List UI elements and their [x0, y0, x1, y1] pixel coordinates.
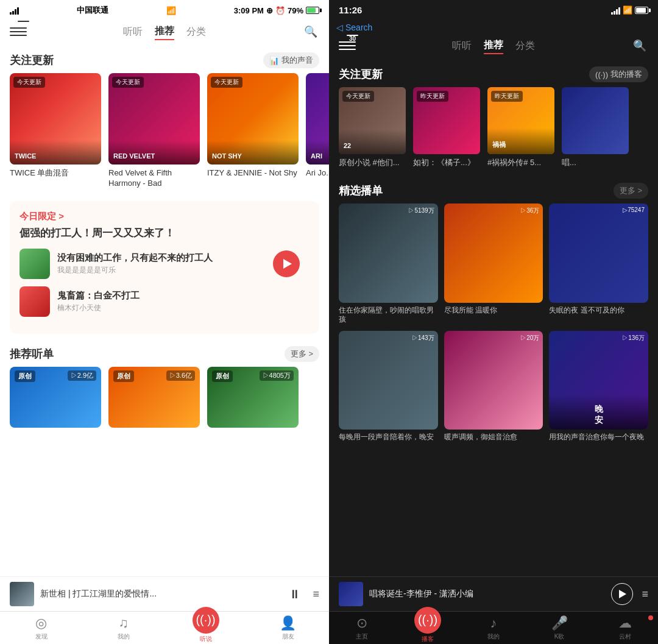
sp-count-5: ▷20万: [520, 334, 539, 342]
sp-item-6[interactable]: ▷136万 晚安 用我的声音治愈你每一个夜晚: [549, 331, 648, 442]
right-tab-wode2[interactable]: ♪ 我的: [461, 615, 526, 641]
yuncun-badge: [648, 615, 653, 620]
zhuye-icon: ⊙: [356, 615, 367, 631]
tab-fenlei[interactable]: 分类: [186, 24, 206, 40]
right-badge-ruchun: 昨天更新: [417, 91, 448, 102]
tingsuo-icon: ((·)): [196, 613, 215, 627]
my-voice-button[interactable]: 📊 我的声音: [263, 52, 319, 68]
right-album-ruchun[interactable]: 昨天更新 如初：《橘子...》: [413, 87, 480, 168]
search-button[interactable]: 🔍: [302, 23, 319, 40]
left-carrier: [10, 6, 19, 15]
right-nav-header: 30 听听 推荐 分类 🔍: [329, 35, 658, 59]
pause-button[interactable]: ⏸: [286, 585, 304, 603]
right-search-button[interactable]: 🔍: [631, 37, 648, 54]
left-now-playing[interactable]: 新世相 | 打工江湖里的爱恨情... ⏸ ≡: [0, 576, 329, 611]
tab-wode[interactable]: ♫ 我的: [82, 615, 164, 641]
left-recommend-scroll: ▷2.9亿 原创 ▷3.6亿 原创 ▷4805万 原创: [0, 367, 329, 428]
recommend-more-button[interactable]: 更多 >: [285, 346, 319, 362]
right-play-button[interactable]: [611, 583, 633, 605]
right-tab-fenlei[interactable]: 分类: [515, 38, 535, 54]
wode-label: 我的: [118, 632, 130, 641]
right-title-huo: #祸祸外传# 5...: [487, 158, 554, 168]
tab-tinging[interactable]: 听听: [123, 24, 143, 40]
right-album-novel[interactable]: 今天更新 22 原创小说 #他们...: [339, 87, 406, 168]
right-album-huo[interactable]: 昨天更新 禍禍 #祸祸外传# 5...: [487, 87, 554, 168]
sp-cover-2: ▷36万: [444, 203, 543, 303]
recommend-item-1[interactable]: ▷2.9亿 原创: [10, 367, 101, 428]
album-cover-itzy: 今天更新 NOT SHY: [207, 73, 299, 165]
right-tab-kge[interactable]: 🎤 K歌: [526, 615, 592, 641]
tab-tingsuo[interactable]: ((·)) 听说: [164, 613, 247, 643]
album-title-ari: Ari Jo...: [306, 168, 329, 179]
tab-tuijian[interactable]: 推荐: [155, 24, 174, 40]
recommend-more-label: 更多 >: [291, 349, 313, 359]
rsb-3: [616, 9, 618, 15]
right-list-icon[interactable]: ≡: [642, 588, 648, 601]
today-desc: 倔强的打工人！周一又又又来了！: [19, 226, 310, 240]
playlist-sub-2: 楠木灯小天使: [57, 303, 140, 313]
sp-title-2: 尽我所能 温暖你: [444, 306, 543, 316]
album-item-twice[interactable]: 今天更新 TWICE TWICE 单曲混音: [10, 73, 101, 189]
right-cover-novel: 今天更新 22: [339, 87, 406, 154]
sp-cover-3: ▷75247: [549, 203, 648, 303]
today-label[interactable]: 今日限定 >: [19, 211, 310, 222]
album-item-redvelvet[interactable]: 今天更新 RED VELVET Red Velvet & Fifth Harmo…: [108, 73, 200, 189]
right-album-sing[interactable]: 唱...: [562, 87, 629, 168]
left-follow-title: 关注更新: [10, 53, 54, 68]
today-section: 今日限定 > 倔强的打工人！周一又又又来了！ 没有困难的工作，只有起不来的打工人…: [10, 201, 319, 334]
right-cover-ruchun: 昨天更新: [413, 87, 480, 154]
recommend-item-2[interactable]: ▷3.6亿 原创: [108, 367, 200, 428]
tab-pengyou[interactable]: 👤 朋友: [247, 615, 329, 641]
right-tab-zhuye[interactable]: ⊙ 主页: [329, 615, 395, 641]
recommend-cover-1: ▷2.9亿 原创: [10, 367, 101, 428]
playlist-icon[interactable]: ≡: [313, 588, 319, 601]
recommend-count-3: ▷4805万: [260, 370, 294, 381]
recommend-label-3: 原创: [212, 370, 233, 382]
back-bar[interactable]: ◁ Search: [329, 20, 658, 35]
sp-item-3[interactable]: ▷75247 失眠的夜 遥不可及的你: [549, 203, 648, 325]
playlist-item-2[interactable]: 鬼畜篇：白金不打工 楠木灯小天使: [19, 286, 310, 317]
right-follow-title: 关注更新: [339, 67, 383, 82]
right-cover-sing: [562, 87, 629, 154]
right-panel: 11:26 📶 ◁ Search 30 听听 推荐 分类: [329, 0, 658, 644]
album-badge-itzy: 今天更新: [211, 77, 242, 88]
wifi-icon: 📶: [166, 6, 176, 15]
sp-cover-4: ▷143万: [339, 331, 438, 430]
sp-item-2[interactable]: ▷36万 尽我所能 温暖你: [444, 203, 543, 325]
faxian-label: 发现: [35, 632, 48, 641]
right-menu-button[interactable]: 30: [339, 37, 356, 54]
left-recommend-title: 推荐听单: [10, 347, 54, 361]
playlist-name-2: 鬼畜篇：白金不打工: [57, 290, 140, 302]
sp-item-5[interactable]: ▷20万 暖声调频，御姐音治愈: [444, 331, 543, 442]
menu-button[interactable]: 12: [10, 23, 27, 40]
today-play-button[interactable]: [273, 250, 300, 277]
playlist-item-1[interactable]: 没有困难的工作，只有起不来的打工人 我是是是是是可乐: [19, 249, 310, 279]
album-title-redvelvet: Red Velvet & Fifth Harmony - Bad: [108, 168, 200, 189]
recommend-label-1: 原创: [15, 370, 35, 382]
sp-item-1[interactable]: ▷5139万 住在你家隔壁，吵闹的唱歌男孩: [339, 203, 438, 325]
right-tab-yuncun[interactable]: ☁ 云村: [592, 615, 658, 641]
album-item-ari[interactable]: ARI Ari Jo...: [306, 73, 329, 189]
boke-icon: ((·)): [418, 613, 437, 627]
right-tab-boke[interactable]: ((·)) 播客: [395, 613, 461, 643]
right-battery-icon: [635, 7, 648, 14]
recommend-item-3[interactable]: ▷4805万 原创: [207, 367, 299, 428]
album-item-itzy[interactable]: 今天更新 NOT SHY ITZY & JENNIE - Not Shy: [207, 73, 299, 189]
right-wifi-icon: 📶: [623, 5, 632, 15]
right-np-controls: ≡: [611, 583, 648, 605]
sp-item-4[interactable]: ▷143万 每晚用一段声音陪着你，晚安: [339, 331, 438, 442]
sp-count-6: ▷136万: [622, 334, 645, 342]
right-tab-tinging[interactable]: 听听: [452, 38, 472, 54]
back-arrow-icon: ◁: [336, 23, 343, 32]
left-nav-tabs: 听听 推荐 分类: [123, 24, 206, 40]
right-more-button[interactable]: 更多 >: [614, 183, 648, 199]
right-bottom-tabs: ⊙ 主页 ((·)) 播客 ♪ 我的 🎤 K歌 ☁ 云村: [329, 611, 658, 644]
right-tab-tuijian[interactable]: 推荐: [484, 38, 503, 54]
tab-faxian[interactable]: ◎ 发现: [0, 615, 82, 641]
signal-bar-4: [17, 7, 19, 15]
right-now-playing[interactable]: 唱将诞生-李惟伊 - 潇洒小编 ≡: [329, 576, 658, 611]
right-my-voice-button[interactable]: ((·)) 我的播客: [589, 66, 648, 82]
pengyou-icon: 👤: [280, 615, 296, 631]
sp-count-2: ▷36万: [520, 207, 539, 215]
sp-count-4: ▷143万: [412, 334, 434, 342]
